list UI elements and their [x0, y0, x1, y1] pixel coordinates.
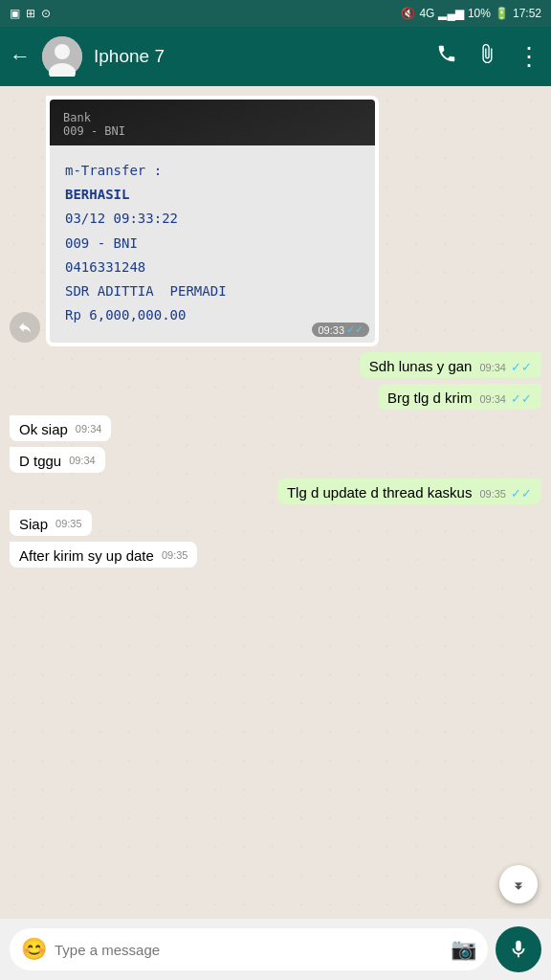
read-checkmarks: ✓✓ [511, 391, 532, 406]
phone-icon[interactable] [436, 43, 457, 70]
mute-icon: 🔇 [401, 7, 415, 20]
message-bubble: Sdh lunas y gan 09:34 ✓✓ [360, 352, 541, 378]
message-bubble: Tlg d update d thread kaskus 09:35 ✓✓ [277, 479, 541, 504]
message-row: Sdh lunas y gan 09:34 ✓✓ [10, 352, 541, 378]
message-row: Ok siap 09:34 [10, 415, 541, 441]
image-read-icon: ✓✓ [346, 323, 364, 336]
app-icon-1: ▣ [10, 7, 20, 20]
message-bubble: Siap 09:35 [10, 510, 92, 536]
scroll-down-button[interactable] [499, 865, 538, 903]
header-info[interactable]: Iphone 7 [94, 46, 425, 67]
chat-header: ← Iphone 7 ⋮ [0, 27, 551, 86]
message-time: 09:35 [55, 518, 82, 529]
header-icons: ⋮ [436, 43, 541, 70]
more-icon[interactable]: ⋮ [517, 44, 541, 69]
message-text: Tlg d update d thread kaskus [287, 484, 472, 501]
message-row: Brg tlg d krim 09:34 ✓✓ [10, 384, 541, 410]
app-icon-2: ⊞ [26, 7, 35, 20]
emoji-icon[interactable]: 😊 [21, 937, 47, 962]
time-label: 17:52 [513, 7, 541, 20]
input-field-wrap: 😊 📷 [10, 928, 488, 970]
message-bubble: D tggu 09:34 [10, 447, 105, 473]
battery-icon: 🔋 [495, 7, 509, 20]
camera-icon[interactable]: 📷 [451, 937, 476, 962]
signal-icon: ▂▄▆ [438, 7, 464, 20]
contact-name: Iphone 7 [94, 46, 425, 67]
app-icon-3: ⊙ [41, 7, 51, 20]
attach-icon[interactable] [476, 43, 497, 70]
message-row: Bank 009 - BNI m-Transfer : BERHASIL 03/… [10, 96, 541, 346]
message-time: 09:34 [69, 455, 96, 466]
message-text: Ok siap [19, 421, 68, 437]
message-row: After kirim sy up date 09:35 [10, 542, 541, 568]
status-right: 🔇 4G ▂▄▆ 10% 🔋 17:52 [401, 7, 541, 20]
avatar[interactable] [42, 36, 82, 77]
message-time: 09:35 [162, 549, 188, 561]
message-row: Tlg d update d thread kaskus 09:35 ✓✓ [10, 479, 541, 504]
reply-icon-wrap [10, 96, 40, 346]
message-text: D tggu [19, 453, 61, 469]
message-text: Brg tlg d krim [387, 390, 472, 406]
message-time: 09:35 ✓✓ [479, 486, 532, 501]
message-time: 09:34 [76, 423, 102, 434]
battery-label: 10% [468, 7, 491, 20]
read-checkmarks: ✓✓ [511, 360, 532, 374]
message-time: 09:34 ✓✓ [479, 360, 532, 374]
status-bar: ▣ ⊞ ⊙ 🔇 4G ▂▄▆ 10% 🔋 17:52 [0, 0, 551, 27]
image-bubble[interactable]: Bank 009 - BNI m-Transfer : BERHASIL 03/… [46, 96, 379, 346]
message-row: Siap 09:35 [10, 510, 541, 536]
read-checkmarks: ✓✓ [511, 486, 532, 501]
status-left: ▣ ⊞ ⊙ [10, 7, 51, 20]
image-timestamp: 09:33 ✓✓ [312, 323, 369, 337]
message-input[interactable] [55, 942, 443, 958]
svg-point-1 [55, 44, 70, 59]
reply-icon[interactable] [10, 312, 40, 343]
chat-area: Bank 009 - BNI m-Transfer : BERHASIL 03/… [0, 86, 551, 919]
message-text: After kirim sy up date [19, 547, 154, 564]
message-bubble: Brg tlg d krim 09:34 ✓✓ [378, 384, 541, 410]
message-text: Sdh lunas y gan [369, 358, 473, 374]
back-button[interactable]: ← [10, 44, 31, 69]
message-bubble: Ok siap 09:34 [10, 415, 111, 441]
image-time-text: 09:33 [318, 324, 344, 336]
message-bubble: After kirim sy up date 09:35 [10, 542, 197, 568]
network-label: 4G [419, 7, 434, 20]
message-row: D tggu 09:34 [10, 447, 541, 473]
input-bar: 😊 📷 [0, 919, 551, 980]
mic-button[interactable] [496, 926, 541, 972]
message-time: 09:34 ✓✓ [479, 391, 532, 406]
message-text: Siap [19, 516, 48, 532]
